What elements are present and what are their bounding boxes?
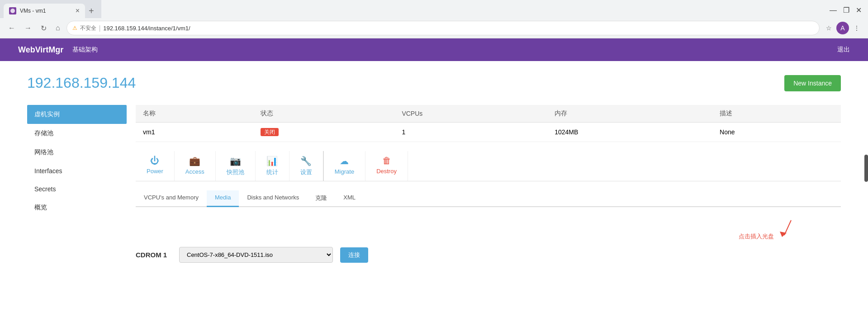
- table-header: 内存: [547, 105, 712, 123]
- action-icon-设置: 🔧: [300, 156, 312, 166]
- content-layout: 虚机实例存储池网络池InterfacesSecrets概览 名称状态VCPUs内…: [27, 105, 841, 267]
- page-header: 192.168.159.144 New Instance: [27, 75, 841, 91]
- close-btn[interactable]: ✕: [853, 4, 864, 16]
- action-icon-power: ⏻: [150, 156, 159, 166]
- table-cell: 1: [394, 123, 547, 142]
- url-box[interactable]: ⚠ 不安全 | 192.168.159.144/instance/1/vm1/: [66, 21, 820, 35]
- restore-btn[interactable]: ❐: [840, 4, 852, 16]
- logout-btn[interactable]: 退出: [837, 46, 850, 54]
- sidebar-item[interactable]: 虚机实例: [27, 105, 127, 124]
- sub-tab-xml[interactable]: XML: [335, 190, 364, 207]
- security-icon: ⚠: [72, 25, 77, 31]
- cdrom-label: CDROM 1: [136, 251, 172, 259]
- window-controls: — ❐ ✕: [827, 4, 868, 18]
- back-btn[interactable]: ←: [5, 22, 18, 34]
- action-tab-label: 设置: [300, 168, 312, 176]
- tab-bar-wrapper: VMs - vm1 × + — ❐ ✕: [0, 0, 868, 18]
- reload-btn[interactable]: ↻: [38, 22, 49, 34]
- nav-link-infra[interactable]: 基础架构: [72, 46, 98, 54]
- annotation-text: 点击插入光盘: [739, 232, 774, 241]
- tab-favicon: [9, 7, 16, 14]
- app-logo: WebVirtMgr: [18, 45, 63, 55]
- table-header: VCPUs: [394, 105, 547, 123]
- action-tab-power[interactable]: ⏻Power: [136, 151, 175, 181]
- table-row: vm1关闭11024MBNone: [136, 123, 841, 142]
- action-tab-label: 统计: [266, 168, 278, 176]
- action-icon-access: 💼: [189, 156, 200, 166]
- home-btn[interactable]: ⌂: [53, 22, 63, 34]
- minimize-btn[interactable]: —: [827, 5, 840, 16]
- action-icon-destroy: 🗑: [382, 156, 391, 166]
- page-title: 192.168.159.144: [27, 75, 136, 91]
- action-tab-migrate[interactable]: ☁Migrate: [324, 151, 365, 181]
- sidebar-item[interactable]: Secrets: [27, 180, 127, 198]
- action-tab-设置[interactable]: 🔧设置: [289, 151, 324, 181]
- forward-btn[interactable]: →: [22, 22, 34, 34]
- table-cell: 1024MB: [547, 123, 712, 142]
- action-tab-label: Access: [185, 168, 204, 175]
- action-tab-access[interactable]: 💼Access: [175, 151, 216, 181]
- new-tab-btn[interactable]: +: [85, 4, 98, 18]
- table-header: 名称: [136, 105, 253, 123]
- menu-btn[interactable]: ⋮: [851, 23, 863, 33]
- cdrom-section: 点击插入光盘 CDROM 1 CentOS-7-x86_64-DVD-1511.…: [136, 218, 841, 267]
- url-security-text: 不安全: [80, 24, 96, 32]
- browser-tab[interactable]: VMs - vm1 ×: [4, 4, 85, 18]
- address-bar: ← → ↻ ⌂ ⚠ 不安全 | 192.168.159.144/instance…: [0, 18, 868, 38]
- browser-chrome: VMs - vm1 × + — ❐ ✕ ← → ↻ ⌂ ⚠ 不安全 | 192.…: [0, 0, 868, 38]
- main-content: 192.168.159.144 New Instance 虚机实例存储池网络池I…: [0, 61, 868, 336]
- action-tab-label: Destroy: [376, 168, 397, 175]
- action-tab-label: 快照池: [227, 168, 244, 176]
- sub-tab-vcpu-s-and-memory[interactable]: VCPU's and Memory: [136, 190, 207, 207]
- tab-bar: VMs - vm1 × +: [0, 0, 101, 18]
- action-tab-label: Power: [147, 168, 163, 175]
- sidebar: 虚机实例存储池网络池InterfacesSecrets概览: [27, 105, 127, 267]
- vm-table: 名称状态VCPUs内存描述 vm1关闭11024MBNone: [136, 105, 841, 142]
- main-panel: 名称状态VCPUs内存描述 vm1关闭11024MBNone ⏻Power💼Ac…: [136, 105, 841, 267]
- app-brand: WebVirtMgr 基础架构: [18, 45, 98, 55]
- action-tab-destroy[interactable]: 🗑Destroy: [365, 151, 408, 181]
- cdrom-select[interactable]: CentOS-7-x86_64-DVD-1511.isoubuntu-20.04…: [179, 247, 333, 263]
- table-header: 描述: [712, 105, 841, 123]
- table-header: 状态: [253, 105, 394, 123]
- action-icon-migrate: ☁: [340, 156, 349, 166]
- sidebar-item[interactable]: 概览: [27, 198, 127, 217]
- action-tabs: ⏻Power💼Access📷快照池📊统计🔧设置☁Migrate🗑Destroy: [136, 151, 841, 181]
- annotation-area: 点击插入光盘: [136, 218, 805, 241]
- connect-button[interactable]: 连接: [340, 247, 368, 263]
- sidebar-item[interactable]: Interfaces: [27, 162, 127, 180]
- cdrom-row: CDROM 1 CentOS-7-x86_64-DVD-1511.isoubun…: [136, 242, 841, 267]
- sub-tab-media[interactable]: Media: [207, 190, 239, 207]
- table-cell: vm1: [136, 123, 253, 142]
- app-header: WebVirtMgr 基础架构 退出: [0, 38, 868, 61]
- bookmark-btn[interactable]: ☆: [823, 23, 835, 33]
- action-tab-快照池[interactable]: 📷快照池: [216, 151, 256, 181]
- table-cell: None: [712, 123, 841, 142]
- tab-title: VMs - vm1: [20, 8, 72, 14]
- sub-tabs: VCPU's and MemoryMediaDisks and Networks…: [136, 190, 841, 207]
- browser-actions: ☆ A ⋮: [823, 22, 863, 34]
- new-instance-button[interactable]: New Instance: [784, 75, 841, 91]
- sub-tab-disks-and-networks[interactable]: Disks and Networks: [239, 190, 307, 207]
- scrollbar-thumb[interactable]: [864, 155, 868, 182]
- sub-tab---[interactable]: 克隆: [307, 190, 335, 207]
- action-tab-统计[interactable]: 📊统计: [256, 151, 289, 181]
- status-badge: 关闭: [261, 128, 279, 136]
- action-icon-统计: 📊: [266, 156, 278, 166]
- annotation-arrow: [778, 218, 805, 241]
- profile-icon[interactable]: A: [836, 22, 849, 34]
- action-icon-快照池: 📷: [230, 156, 241, 166]
- url-text: 192.168.159.144/instance/1/vm1/: [103, 25, 814, 32]
- tab-close-btn[interactable]: ×: [76, 7, 80, 14]
- sidebar-item[interactable]: 存储池: [27, 124, 127, 143]
- url-separator: |: [99, 24, 101, 32]
- action-tab-label: Migrate: [335, 168, 354, 175]
- svg-point-0: [10, 9, 15, 13]
- sidebar-item[interactable]: 网络池: [27, 143, 127, 162]
